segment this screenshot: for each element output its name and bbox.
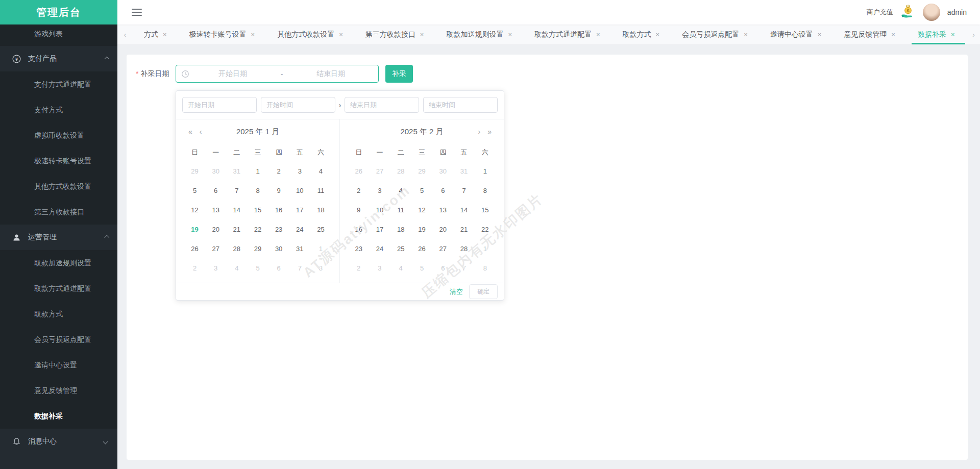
calendar-day-today[interactable]: 19 — [184, 219, 205, 239]
calendar-day[interactable]: 22 — [475, 219, 496, 239]
calendar-day[interactable]: 5 — [247, 258, 268, 278]
tabs-scroll-right-icon[interactable]: › — [966, 30, 980, 39]
tab-取款方式[interactable]: 取款方式× — [611, 24, 671, 44]
calendar-day[interactable]: 2 — [348, 181, 369, 200]
calendar-day[interactable]: 13 — [205, 200, 226, 219]
calendar-day[interactable]: 30 — [205, 161, 226, 181]
sidebar-group-运营管理[interactable]: 运营管理 — [0, 225, 117, 250]
username[interactable]: admin — [947, 8, 967, 16]
calendar-day[interactable]: 8 — [475, 181, 496, 200]
sidebar-item-支付方式[interactable]: 支付方式 — [0, 97, 117, 122]
merchant-recharge-link[interactable]: 商户充值 — [867, 8, 893, 17]
next-month-icon[interactable]: › — [478, 128, 481, 136]
calendar-day[interactable]: 23 — [348, 239, 369, 258]
calendar-day[interactable]: 28 — [226, 239, 247, 258]
calendar-day[interactable]: 26 — [411, 239, 432, 258]
calendar-day[interactable]: 1 — [475, 239, 496, 258]
tab-邀请中心设置[interactable]: 邀请中心设置× — [759, 24, 833, 44]
calendar-day[interactable]: 14 — [453, 200, 474, 219]
calendar-day[interactable]: 10 — [289, 181, 310, 200]
tab-方式[interactable]: 方式× — [133, 24, 178, 44]
start-date-placeholder[interactable]: 开始日期 — [190, 69, 275, 79]
calendar-day[interactable]: 31 — [289, 239, 310, 258]
sidebar-item-意见反馈管理[interactable]: 意见反馈管理 — [0, 378, 117, 403]
tabs-scroll-left-icon[interactable]: ‹ — [117, 30, 133, 39]
tab-极速转卡账号设置[interactable]: 极速转卡账号设置× — [178, 24, 266, 44]
calendar-day[interactable]: 12 — [184, 200, 205, 219]
sidebar-item-虚拟币收款设置[interactable]: 虚拟币收款设置 — [0, 122, 117, 148]
tab-close-icon[interactable]: × — [818, 31, 822, 38]
sidebar-item-取款方式[interactable]: 取款方式 — [0, 301, 117, 327]
picker-start-time-input[interactable] — [261, 97, 335, 113]
sidebar-item-取款加送规则设置[interactable]: 取款加送规则设置 — [0, 250, 117, 276]
tab-close-icon[interactable]: × — [596, 31, 600, 38]
calendar-day[interactable]: 22 — [247, 219, 268, 239]
calendar-day[interactable]: 23 — [268, 219, 289, 239]
calendar-day[interactable]: 8 — [310, 258, 331, 278]
calendar-day[interactable]: 26 — [348, 161, 369, 181]
calendar-day[interactable]: 6 — [432, 181, 453, 200]
collect-button[interactable]: 补采 — [385, 65, 413, 83]
calendar-day[interactable]: 27 — [369, 161, 390, 181]
calendar-day[interactable]: 15 — [475, 200, 496, 219]
avatar[interactable] — [923, 4, 940, 21]
calendar-day[interactable]: 11 — [390, 200, 411, 219]
calendar-day[interactable]: 8 — [247, 181, 268, 200]
calendar-day[interactable]: 18 — [390, 219, 411, 239]
tab-close-icon[interactable]: × — [891, 31, 895, 38]
sidebar-group-消息中心[interactable]: 消息中心 — [0, 429, 117, 454]
calendar-day[interactable]: 2 — [348, 258, 369, 278]
end-date-placeholder[interactable]: 结束日期 — [288, 69, 373, 79]
calendar-day[interactable]: 9 — [348, 200, 369, 219]
calendar-day[interactable]: 5 — [184, 181, 205, 200]
calendar-day[interactable]: 7 — [289, 258, 310, 278]
tab-意见反馈管理[interactable]: 意见反馈管理× — [832, 24, 906, 44]
tab-close-icon[interactable]: × — [339, 31, 343, 38]
calendar-day[interactable]: 3 — [205, 258, 226, 278]
picker-end-time-input[interactable] — [423, 97, 498, 113]
calendar-day[interactable]: 7 — [453, 181, 474, 200]
calendar-day[interactable]: 28 — [453, 239, 474, 258]
calendar-day[interactable]: 7 — [226, 181, 247, 200]
calendar-day[interactable]: 24 — [289, 219, 310, 239]
tab-数据补采[interactable]: 数据补采× — [906, 24, 966, 44]
prev-year-icon[interactable]: « — [188, 128, 192, 136]
calendar-day[interactable]: 31 — [226, 161, 247, 181]
calendar-day[interactable]: 7 — [453, 258, 474, 278]
sidebar-item-邀请中心设置[interactable]: 邀请中心设置 — [0, 352, 117, 378]
prev-month-icon[interactable]: ‹ — [200, 128, 202, 136]
tab-取款加送规则设置[interactable]: 取款加送规则设置× — [435, 24, 523, 44]
picker-end-date-input[interactable] — [345, 97, 419, 113]
calendar-day[interactable]: 4 — [390, 181, 411, 200]
calendar-day[interactable]: 25 — [310, 219, 331, 239]
tab-close-icon[interactable]: × — [744, 31, 748, 38]
picker-start-date-input[interactable] — [182, 97, 257, 113]
calendar-day[interactable]: 16 — [348, 219, 369, 239]
sidebar-item-第三方收款接口[interactable]: 第三方收款接口 — [0, 199, 117, 225]
sidebar-item-其他方式收款设置[interactable]: 其他方式收款设置 — [0, 174, 117, 199]
calendar-day[interactable]: 10 — [369, 200, 390, 219]
calendar-day[interactable]: 4 — [390, 258, 411, 278]
calendar-day[interactable]: 1 — [247, 161, 268, 181]
tab-close-icon[interactable]: × — [163, 31, 167, 38]
calendar-day[interactable]: 25 — [390, 239, 411, 258]
calendar-day[interactable]: 30 — [432, 161, 453, 181]
calendar-day[interactable]: 2 — [184, 258, 205, 278]
calendar-day[interactable]: 30 — [268, 239, 289, 258]
calendar-day[interactable]: 17 — [369, 219, 390, 239]
calendar-day[interactable]: 1 — [475, 161, 496, 181]
calendar-day[interactable]: 21 — [453, 219, 474, 239]
date-range-input[interactable]: 开始日期 - 结束日期 — [176, 65, 379, 83]
calendar-day[interactable]: 5 — [411, 258, 432, 278]
calendar-day[interactable]: 20 — [432, 219, 453, 239]
sidebar-item-数据补采[interactable]: 数据补采 — [0, 403, 117, 429]
calendar-day[interactable]: 21 — [226, 219, 247, 239]
calendar-day[interactable]: 9 — [268, 181, 289, 200]
calendar-day[interactable]: 28 — [390, 161, 411, 181]
next-year-icon[interactable]: » — [487, 128, 492, 136]
calendar-day[interactable]: 11 — [310, 181, 331, 200]
calendar-day[interactable]: 3 — [369, 181, 390, 200]
calendar-day[interactable]: 29 — [184, 161, 205, 181]
calendar-day[interactable]: 29 — [411, 161, 432, 181]
tab-close-icon[interactable]: × — [951, 31, 955, 38]
